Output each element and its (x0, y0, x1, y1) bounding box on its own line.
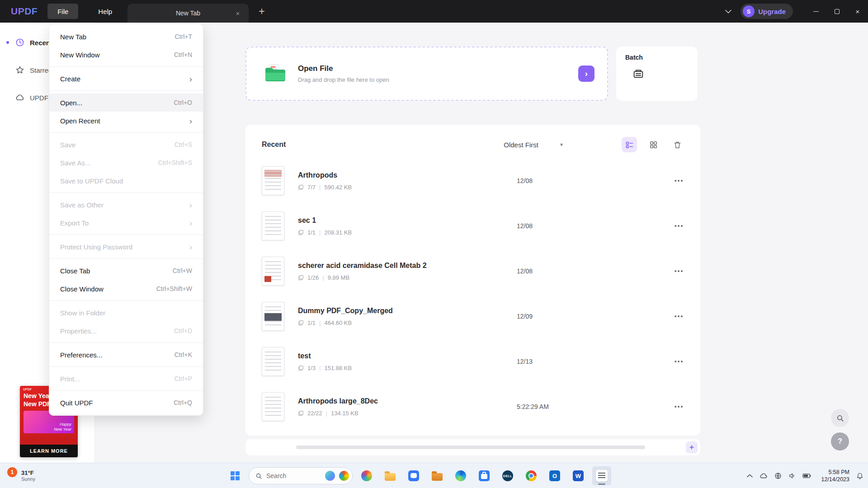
weather-widget[interactable]: 1 31°F Sunny (7, 463, 35, 488)
menu-item-new-window[interactable]: New Window Ctrl+N (49, 46, 203, 64)
folder-icon (264, 64, 286, 83)
network-globe-icon[interactable] (774, 472, 782, 479)
taskbar-app-updf-active[interactable] (592, 466, 611, 485)
taskbar-app-dell[interactable]: DELL (498, 466, 517, 485)
menu-item-close-tab[interactable]: Close Tab Ctrl+W (49, 262, 203, 280)
battery-icon[interactable] (802, 473, 811, 479)
horizontal-scrollbar[interactable] (296, 446, 645, 449)
volume-icon[interactable] (788, 472, 796, 479)
taskbar-app-word[interactable]: W (569, 466, 588, 485)
open-file-dropzone[interactable]: Open File Drag and drop the file here to… (245, 47, 608, 101)
trash-button[interactable] (670, 137, 685, 152)
taskbar-search[interactable] (249, 467, 353, 484)
file-pages: 7/7 (307, 184, 316, 191)
file-date: 12/09 (517, 313, 533, 320)
file-size: 208.31 KB (324, 229, 352, 236)
file-name: Arthropods large_8Dec (298, 397, 378, 405)
taskbar-app-folder[interactable] (428, 466, 447, 485)
file-row[interactable]: Dummy PDF_Copy_Merged 1/1 | 464.60 KB 12… (245, 294, 700, 339)
menu-item-export-to: Export To › (49, 214, 203, 232)
file-menu-button[interactable]: File (47, 4, 78, 19)
menu-item-open[interactable]: Open... Ctrl+O (49, 94, 203, 112)
file-name: sec 1 (298, 216, 352, 225)
new-tab-button[interactable]: + (256, 5, 268, 17)
window-minimize-button[interactable] (806, 0, 826, 23)
file-more-button[interactable]: ••• (671, 309, 687, 324)
taskbar-app-store[interactable] (475, 466, 494, 485)
start-button[interactable] (226, 467, 244, 485)
help-menu-button[interactable]: Help (88, 4, 122, 19)
document-tab[interactable]: New Tab × (127, 4, 249, 23)
bing-pen-icon[interactable] (339, 471, 349, 481)
pages-icon (298, 410, 304, 416)
notifications-bell-icon[interactable] (856, 472, 863, 480)
onedrive-cloud-icon[interactable] (760, 473, 768, 479)
learn-more-button[interactable]: LEARN MORE (20, 445, 78, 457)
menu-item-create[interactable]: Create › (49, 70, 203, 88)
minimize-icon (813, 11, 819, 12)
file-more-button[interactable]: ••• (671, 354, 687, 369)
grid-view-button[interactable] (646, 137, 661, 152)
updf-logo: UPDF (11, 6, 38, 17)
file-size: 9.89 MB (328, 274, 349, 281)
open-file-arrow-button[interactable]: › (578, 66, 594, 82)
file-date: 12/13 (517, 358, 533, 365)
file-row[interactable]: Arthropods 7/7 | 590.42 KB 12/08 ••• (245, 158, 700, 203)
list-view-button[interactable] (622, 137, 637, 152)
chevron-down-icon[interactable] (725, 9, 731, 14)
taskbar-clock[interactable]: 5:58 PM 12/14/2023 (821, 469, 849, 483)
file-more-button[interactable]: ••• (671, 218, 687, 234)
search-highlight-icon[interactable] (325, 471, 335, 481)
file-pages: 1/26 (307, 274, 319, 281)
menu-item-new-tab[interactable]: New Tab Ctrl+T (49, 28, 203, 46)
file-row[interactable]: sec 1 1/1 | 208.31 KB 12/08 ••• (245, 203, 700, 249)
taskbar-app-edge[interactable] (451, 466, 470, 485)
batch-card[interactable]: Batch (616, 47, 698, 101)
file-more-button[interactable]: ••• (671, 263, 687, 279)
menu-item-quit-updf[interactable]: Quit UPDF Ctrl+Q (49, 394, 203, 412)
file-row[interactable]: test 1/3 | 151.88 KB 12/13 ••• (245, 339, 700, 384)
recent-title: Recent (262, 141, 286, 149)
file-meta: 7/7 | 590.42 KB (298, 184, 352, 191)
taskbar-app-pinwheel[interactable] (357, 466, 376, 485)
sort-dropdown[interactable]: Oldest First ▾ (504, 141, 563, 149)
file-more-button[interactable]: ••• (671, 399, 687, 414)
sort-label: Oldest First (504, 141, 538, 149)
menu-divider (49, 192, 203, 193)
menu-item-save-to-updf-cloud: Save to UPDF Cloud (49, 172, 203, 190)
search-input[interactable] (266, 472, 321, 479)
recent-panel: Recent Oldest First ▾ (245, 125, 700, 436)
file-thumbnail (262, 392, 284, 421)
menu-item-save: Save Ctrl+S (49, 136, 203, 154)
menu-item-preferences[interactable]: Preferences... Ctrl+K (49, 346, 203, 364)
add-file-button[interactable]: + (686, 441, 698, 453)
dell-app-icon: DELL (502, 470, 513, 481)
menu-divider (49, 343, 203, 343)
taskbar-app-file-explorer[interactable] (381, 466, 400, 485)
tray-chevron-up-icon[interactable] (747, 474, 753, 478)
taskbar-app-outlook[interactable]: O (545, 466, 564, 485)
tab-close-icon[interactable]: × (233, 9, 242, 18)
file-row[interactable]: scherer acid ceramidase Cell Metab 2 1/2… (245, 249, 700, 294)
menu-item-close-window[interactable]: Close Window Ctrl+Shift+W (49, 280, 203, 298)
chat-app-icon (408, 470, 419, 481)
file-row[interactable]: Arthropods large_8Dec 22/22 | 134.15 KB … (245, 384, 700, 429)
file-name: scherer acid ceramidase Cell Metab 2 (298, 262, 427, 270)
upgrade-button[interactable]: S Upgrade (741, 4, 793, 19)
active-indicator-dot (6, 41, 9, 44)
file-more-button[interactable]: ••• (671, 173, 687, 188)
meta-separator: | (319, 229, 321, 236)
user-avatar[interactable]: S (743, 5, 755, 17)
floating-search-button[interactable] (831, 409, 849, 427)
help-button[interactable]: ? (831, 432, 849, 450)
pages-icon (298, 275, 304, 281)
file-date: 12/08 (517, 267, 533, 275)
taskbar-app-chrome[interactable] (522, 466, 541, 485)
file-thumbnail (262, 211, 284, 240)
window-maximize-button[interactable] (826, 0, 847, 23)
menu-item-open-recent[interactable]: Open Recent › (49, 112, 203, 130)
file-size: 590.42 KB (324, 184, 352, 191)
taskbar-app-chat[interactable] (404, 466, 423, 485)
window-close-button[interactable]: × (847, 0, 868, 23)
file-pages: 22/22 (307, 410, 322, 417)
